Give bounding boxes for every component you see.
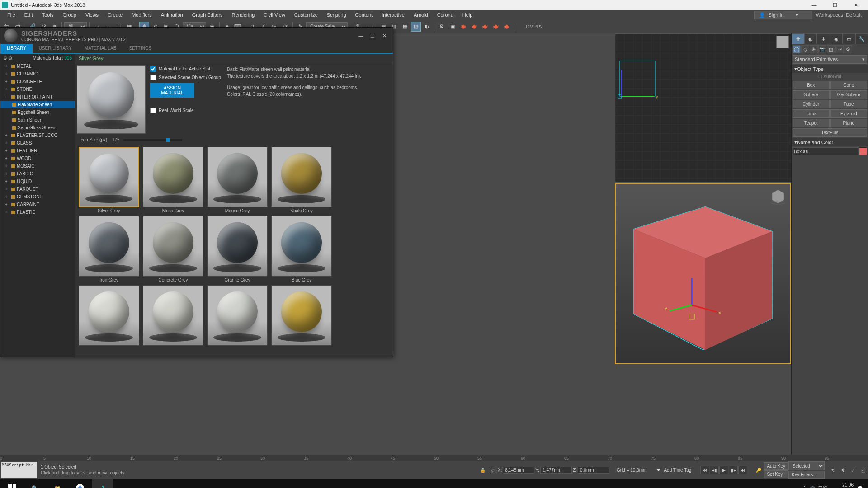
hierarchy-tab[interactable]: ⬍ — [817, 33, 830, 44]
primitive-teapot[interactable]: Teapot — [793, 119, 830, 127]
collapse-all-icon[interactable]: ⊖ — [9, 56, 12, 61]
nav-icon-1[interactable]: ⟲ — [828, 465, 838, 475]
tree-item-carpaint[interactable]: +CARPAINT — [0, 201, 75, 208]
key-target-dropdown[interactable]: Selected — [788, 461, 825, 470]
search-button[interactable]: 🔍 — [24, 479, 45, 488]
primitive-plane[interactable]: Plane — [830, 119, 868, 127]
motion-tab[interactable]: ◉ — [830, 33, 843, 44]
tree-item-mosaic[interactable]: +MOSAIC — [0, 162, 75, 170]
workspaces-dropdown[interactable]: Workspaces: Default — [812, 11, 865, 19]
nav-icon-3[interactable]: ⤢ — [848, 465, 858, 475]
active-slot-checkbox[interactable]: Material Editor Active Slot — [150, 66, 222, 72]
tree-item-semi-gloss-sheen[interactable]: Semi-Gloss Sheen — [0, 124, 75, 131]
maxscript-listener[interactable]: MAXScript Min — [1, 462, 37, 478]
notifications-icon[interactable]: 💬 — [857, 486, 863, 488]
spacewarps-icon[interactable]: 〰 — [835, 45, 844, 53]
menu-help[interactable]: Help — [458, 11, 477, 19]
menu-arnold[interactable]: Arnold — [409, 11, 433, 19]
panel-tab-user-library[interactable]: USER LIBRARY — [33, 44, 78, 53]
render-teapot2-button[interactable]: 🫖 — [469, 22, 479, 32]
start-button[interactable] — [2, 479, 23, 488]
render-teapot4-button[interactable]: 🫖 — [491, 22, 501, 32]
tree-item-ceramic[interactable]: +CERAMIC — [0, 70, 75, 78]
object-name-input[interactable] — [793, 147, 858, 155]
material-swatch[interactable] — [143, 285, 203, 347]
tree-item-concrete[interactable]: +CONCRETE — [0, 78, 75, 85]
setkey-button[interactable]: Set Key — [764, 470, 788, 478]
geometry-icon[interactable]: ◯ — [793, 45, 801, 53]
menu-file[interactable]: File — [3, 11, 20, 19]
minimize-button[interactable]: — — [804, 0, 825, 10]
primitive-torus[interactable]: Torus — [793, 109, 830, 118]
x-coord[interactable]: 8,145mm — [503, 467, 534, 474]
primitive-textplus[interactable]: TextPlus — [793, 128, 867, 137]
volume-icon[interactable]: 🔊 — [809, 486, 815, 488]
modify-tab[interactable]: ◐ — [804, 33, 817, 44]
tree-item-parquet[interactable]: +PARQUET — [0, 185, 75, 193]
primitive-sphere[interactable]: Sphere — [793, 90, 830, 99]
z-coord[interactable]: 0,0mm — [578, 467, 609, 474]
nav-icon-2[interactable]: ✥ — [838, 465, 848, 475]
primitive-cone[interactable]: Cone — [830, 81, 868, 89]
menu-interactive[interactable]: Interactive — [377, 11, 409, 19]
object-type-rollout[interactable]: ▾ Object Type — [792, 65, 868, 73]
close-button[interactable]: ✕ — [845, 0, 866, 10]
render-frame-button[interactable]: ▣ — [448, 22, 458, 32]
viewcube-icon[interactable] — [769, 188, 787, 205]
maximize-button[interactable]: ☐ — [825, 0, 845, 10]
primitive-cylinder[interactable]: Cylinder — [793, 100, 830, 108]
nav-icon-4[interactable]: ◰ — [858, 465, 868, 475]
menu-content[interactable]: Content — [351, 11, 377, 19]
autokey-button[interactable]: Auto Key — [764, 462, 788, 470]
menu-create[interactable]: Create — [103, 11, 127, 19]
selected-object-checkbox[interactable]: Selected Scene Object / Group — [150, 75, 222, 80]
primitive-geosphere[interactable]: GeoSphere — [830, 90, 868, 99]
primitive-pyramid[interactable]: Pyramid — [830, 109, 868, 118]
clock[interactable]: 21:06 18.11.2019 — [831, 483, 854, 488]
isolate-icon[interactable]: ◎ — [488, 465, 498, 475]
icon-size-slider[interactable] — [123, 139, 182, 141]
color-swatch[interactable] — [859, 147, 867, 155]
display-tab[interactable]: ▭ — [843, 33, 855, 44]
shapes-icon[interactable]: ◇ — [801, 45, 809, 53]
primitive-tube[interactable]: Tube — [830, 100, 868, 108]
tree-item-wood[interactable]: +WOOD — [0, 155, 75, 162]
tree-item-flat-matte-sheen[interactable]: Flat/Matte Sheen — [0, 101, 75, 108]
utilities-tab[interactable]: 🔧 — [855, 33, 868, 44]
menu-edit[interactable]: Edit — [20, 11, 38, 19]
helpers-icon[interactable]: ▧ — [827, 45, 835, 53]
goto-start-button[interactable]: ⏮ — [700, 466, 709, 474]
render-teapot5-button[interactable]: 🫖 — [502, 22, 512, 32]
name-color-rollout[interactable]: ▾ Name and Color — [792, 138, 868, 146]
material-swatch[interactable]: Silver Grey — [79, 147, 139, 214]
panel-maximize-button[interactable]: ☐ — [368, 31, 377, 41]
primitive-box[interactable]: Box — [793, 81, 830, 89]
play-button[interactable]: ▶ — [719, 466, 728, 474]
menu-corona[interactable]: Corona — [433, 11, 458, 19]
schematic-view-button[interactable]: ▧ — [411, 22, 421, 32]
explorer-taskbar-icon[interactable]: 📁 — [47, 479, 68, 488]
material-swatch[interactable]: Khaki Grey — [271, 147, 332, 214]
autogrid-checkbox[interactable]: ☐ AutoGrid — [792, 73, 868, 80]
tree-item-leather[interactable]: +LEATHER — [0, 147, 75, 155]
tree-item-fabric[interactable]: +FABRIC — [0, 170, 75, 178]
panel-minimize-button[interactable]: — — [356, 31, 366, 41]
tree-item-satin-sheen[interactable]: Satin Sheen — [0, 116, 75, 124]
render-teapot1-button[interactable]: 🫖 — [458, 22, 468, 32]
3dsmax-taskbar-icon[interactable]: 3 — [92, 479, 113, 488]
category-dropdown[interactable]: Standard Primitives ▾ — [793, 55, 867, 64]
material-swatch[interactable]: Concrete Grey — [143, 216, 203, 283]
render-setup-button[interactable]: ⚙ — [437, 22, 447, 32]
tree-item-plaster-stucco[interactable]: +PLASTER/STUCCO — [0, 131, 75, 139]
menu-rendering[interactable]: Rendering — [227, 11, 259, 19]
create-tab[interactable]: ✚ — [792, 33, 804, 44]
material-swatch[interactable]: Mouse Grey — [207, 147, 268, 214]
menu-customize[interactable]: Customize — [290, 11, 322, 19]
goto-end-button[interactable]: ⏭ — [738, 466, 747, 474]
tree-item-glass[interactable]: +GLASS — [0, 139, 75, 147]
systems-icon[interactable]: ⚙ — [844, 45, 852, 53]
tree-item-eggshell-sheen[interactable]: Eggshell Sheen — [0, 108, 75, 116]
add-time-tag[interactable]: Add Time Tag — [664, 468, 700, 473]
top-viewport[interactable]: y — [615, 33, 791, 183]
panel-tab-material-lab[interactable]: MATERIAL LAB — [78, 44, 123, 53]
